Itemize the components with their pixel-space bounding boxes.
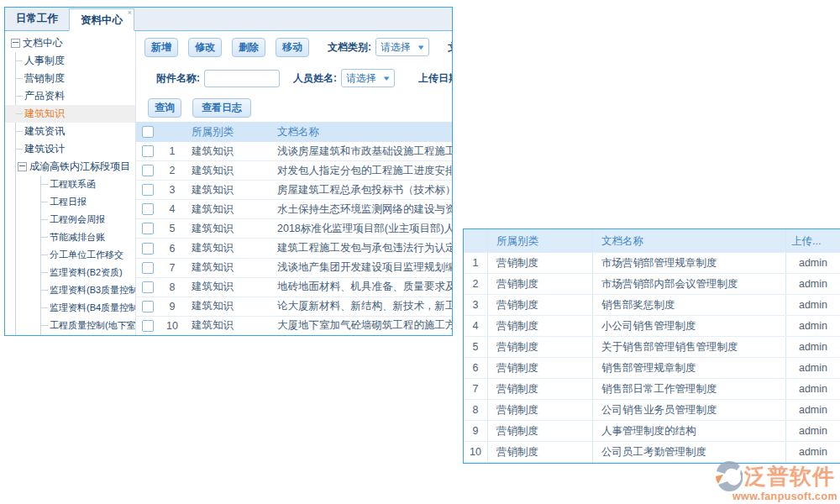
table-header: 所属别类 文档名称 bbox=[136, 122, 452, 142]
tree-item-hr-policy[interactable]: 人事制度 bbox=[16, 52, 135, 70]
table-row[interactable]: 8 建筑知识 地砖地面材料、机具准备、质量要求及... bbox=[136, 278, 452, 297]
row-checkbox[interactable] bbox=[142, 203, 154, 215]
document-list-pane: 新增 修改 删除 移动 文档类别: 请选择 ▼ 文档名称 附件名称: 人员姓名:… bbox=[136, 31, 452, 335]
row-checkbox[interactable] bbox=[142, 223, 154, 234]
tab-close-icon[interactable]: × bbox=[128, 8, 132, 17]
category-column-header: 所属别类 bbox=[488, 229, 593, 253]
row-category: 营销制度 bbox=[488, 421, 593, 441]
tree-item-building-news[interactable]: 建筑资讯 bbox=[16, 123, 135, 140]
person-name-value: 请选择 bbox=[346, 71, 376, 86]
row-number: 6 bbox=[160, 243, 185, 255]
table-row[interactable]: 9 营销制度 人事管理制度的结构 admin bbox=[464, 421, 840, 442]
tree-item-label: 营销制度 bbox=[24, 70, 65, 87]
table-row[interactable]: 5 建筑知识 2018标准化监理项目部(业主项目部)人员... bbox=[136, 219, 452, 239]
category-column-header: 所属别类 bbox=[185, 125, 277, 139]
document-table: 所属别类 文档名称 1 建筑知识 浅谈房屋建筑和市政基础设施工程施工... 2 … bbox=[136, 122, 452, 335]
delete-button[interactable]: 删除 bbox=[232, 38, 265, 57]
tree-item-supervision-b3[interactable]: 监理资料(B3质量控制) bbox=[41, 281, 135, 299]
table-row[interactable]: 4 建筑知识 水土保持生态环境监测网络的建设与资... bbox=[136, 200, 452, 219]
table-row[interactable]: 6 营销制度 销售部管理规章制度 admin bbox=[464, 358, 840, 379]
row-category: 营销制度 bbox=[488, 400, 593, 420]
table-row[interactable]: 2 营销制度 市场营销部内部会议管理制度 admin bbox=[464, 274, 840, 295]
row-doc-name: 销售部日常工作管理制度 bbox=[593, 379, 786, 399]
row-checkbox[interactable] bbox=[142, 243, 154, 255]
row-number: 9 bbox=[464, 421, 488, 441]
row-category: 建筑知识 bbox=[185, 280, 277, 294]
tree-node-doc-center[interactable]: 文档中心 bbox=[5, 34, 135, 52]
row-category: 营销制度 bbox=[488, 295, 593, 315]
row-uploader: admin bbox=[786, 362, 840, 374]
doc-category-select[interactable]: 请选择 ▼ bbox=[375, 38, 429, 56]
collapse-icon[interactable] bbox=[18, 162, 27, 171]
person-name-select[interactable]: 请选择 ▼ bbox=[341, 69, 395, 87]
row-checkbox[interactable] bbox=[142, 184, 154, 196]
tab-daily-work[interactable]: 日常工作 bbox=[5, 8, 69, 30]
row-number: 2 bbox=[464, 274, 488, 294]
tree-item-supervision-b4[interactable]: 监理资料(B4质量控制) bbox=[41, 299, 135, 317]
table-row[interactable]: 3 建筑知识 房屋建筑工程总承包投标书（技术标）... bbox=[136, 181, 452, 200]
tree-node-project[interactable]: 成渝高铁内江标段项目 bbox=[16, 158, 135, 176]
view-log-button[interactable]: 查看日志 bbox=[192, 98, 251, 118]
tree-item-supervision-b2[interactable]: 监理资料(B2资质) bbox=[41, 264, 135, 281]
row-category: 建筑知识 bbox=[185, 183, 277, 197]
attachment-name-input[interactable] bbox=[204, 70, 280, 87]
row-doc-name: 市场营销部内部会议管理制度 bbox=[593, 274, 786, 294]
tree-item-building-knowledge[interactable]: 建筑知识 bbox=[5, 105, 135, 123]
tree-item-label: 工程联系函 bbox=[50, 176, 96, 193]
tree-item-energy-ledger[interactable]: 节能减排台账 bbox=[41, 228, 135, 246]
chevron-down-icon: ▼ bbox=[381, 75, 391, 82]
tree-item-label: 监理资料(B3质量控制) bbox=[50, 281, 136, 299]
table-row[interactable]: 5 营销制度 关于销售部管理销售管理制度 admin bbox=[464, 337, 840, 358]
tab-data-center[interactable]: 资料中心 × bbox=[69, 8, 134, 31]
edit-button[interactable]: 修改 bbox=[188, 38, 222, 57]
row-doc-name: 关于销售部管理销售管理制度 bbox=[593, 337, 786, 357]
table-row[interactable]: 7 建筑知识 浅谈地产集团开发建设项目监理规划编... bbox=[136, 259, 452, 278]
collapse-icon[interactable] bbox=[11, 39, 20, 48]
row-doc-name: 论大厦新材料、新结构、新技术，新工... bbox=[277, 299, 452, 313]
doc-category-value: 请选择 bbox=[381, 40, 411, 55]
table-row[interactable]: 1 营销制度 市场营销部管理规章制度 admin bbox=[464, 253, 840, 274]
row-number: 4 bbox=[464, 316, 488, 336]
query-button[interactable]: 查询 bbox=[148, 98, 181, 118]
table-row[interactable]: 2 建筑知识 对发包人指定分包的工程施工进度安排... bbox=[136, 161, 452, 181]
tree-item-quality-clipped[interactable]: 工程质量控制(主体) bbox=[41, 334, 135, 335]
row-uploader: admin bbox=[786, 425, 840, 437]
row-checkbox[interactable] bbox=[142, 281, 154, 293]
tree-item-quality-basement[interactable]: 工程质量控制(地下室) bbox=[41, 317, 135, 334]
row-checkbox[interactable] bbox=[142, 320, 154, 332]
table-row[interactable]: 1 建筑知识 浅谈房屋建筑和市政基础设施工程施工... bbox=[136, 142, 452, 161]
table-row[interactable]: 6 建筑知识 建筑工程施工发包与承包违法行为认定... bbox=[136, 239, 452, 258]
table-row[interactable]: 3 营销制度 销售部奖惩制度 admin bbox=[464, 295, 840, 316]
tree-item-work-transfer[interactable]: 分工单位工作移交 bbox=[41, 246, 135, 264]
row-checkbox[interactable] bbox=[142, 262, 154, 274]
tree-item-contact-letter[interactable]: 工程联系函 bbox=[41, 176, 135, 193]
table-row[interactable]: 8 营销制度 公司销售业务员管理制度 admin bbox=[464, 400, 840, 421]
row-checkbox[interactable] bbox=[142, 145, 154, 157]
tree-item-label: 监理资料(B2资质) bbox=[50, 264, 123, 281]
tree-item-daily-report[interactable]: 工程日报 bbox=[41, 193, 135, 211]
name-column-header: 文档名称 bbox=[593, 229, 786, 253]
move-button[interactable]: 移动 bbox=[276, 38, 309, 57]
table-row[interactable]: 10 建筑知识 大厦地下室加气砼墙砌筑工程的施工方... bbox=[136, 317, 452, 335]
tree-item-weekly-meeting[interactable]: 工程例会周报 bbox=[41, 211, 135, 228]
table-row[interactable]: 9 建筑知识 论大厦新材料、新结构、新技术，新工... bbox=[136, 297, 452, 317]
select-all-checkbox[interactable] bbox=[142, 126, 154, 138]
row-category: 营销制度 bbox=[488, 442, 593, 462]
category-tree-sidebar: 文档中心 人事制度 营销制度 产品资料 建筑知识 建筑资讯 建筑设计 成渝高铁内… bbox=[5, 31, 136, 335]
table-row[interactable]: 7 营销制度 销售部日常工作管理制度 admin bbox=[464, 379, 840, 400]
row-number: 1 bbox=[160, 145, 185, 157]
row-checkbox[interactable] bbox=[142, 165, 154, 176]
row-number: 3 bbox=[160, 184, 185, 196]
row-uploader: admin bbox=[786, 446, 840, 458]
tab-bar: 日常工作 资料中心 × bbox=[5, 8, 452, 31]
row-doc-name: 地砖地面材料、机具准备、质量要求及... bbox=[277, 280, 452, 294]
table-row[interactable]: 4 营销制度 小公司销售管理制度 admin bbox=[464, 316, 840, 337]
tree-item-building-design[interactable]: 建筑设计 bbox=[16, 140, 135, 158]
tree-item-product-data[interactable]: 产品资料 bbox=[16, 87, 135, 105]
tree-item-marketing-policy[interactable]: 营销制度 bbox=[16, 70, 135, 87]
add-button[interactable]: 新增 bbox=[144, 38, 178, 57]
document-center-window: 日常工作 资料中心 × 文档中心 人事制度 营销制度 产品资料 建筑知识 建筑资… bbox=[4, 7, 453, 336]
row-checkbox[interactable] bbox=[142, 301, 154, 312]
row-uploader: admin bbox=[786, 341, 840, 353]
tree-item-label: 建筑设计 bbox=[24, 140, 65, 158]
